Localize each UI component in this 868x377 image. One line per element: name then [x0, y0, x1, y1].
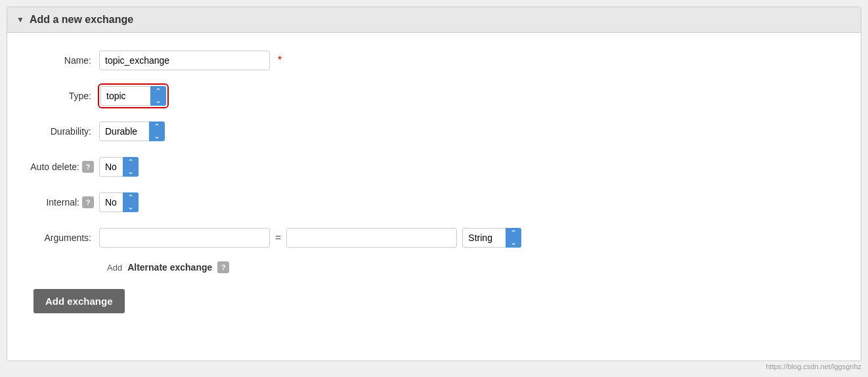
type-row: Type: topic direct fanout headers ⌃⌄ — [20, 84, 848, 108]
type-select[interactable]: topic direct fanout headers — [100, 86, 166, 106]
durability-control-wrap: Durable Transient ⌃⌄ — [99, 122, 165, 141]
add-exchange-button[interactable]: Add exchange — [33, 289, 125, 313]
arguments-control-wrap: = String Number Boolean ⌃⌄ — [99, 228, 521, 248]
internal-help-badge[interactable]: ? — [82, 196, 94, 208]
internal-select[interactable]: No Yes — [99, 192, 139, 212]
chevron-icon: ▼ — [16, 15, 24, 24]
type-control-wrap: topic direct fanout headers ⌃⌄ — [99, 85, 167, 107]
internal-control-wrap: No Yes ⌃⌄ — [99, 192, 139, 212]
auto-delete-label: Auto delete: — [30, 162, 79, 172]
name-row: Name: * — [20, 49, 848, 72]
panel-title: Add a new exchange — [30, 14, 133, 26]
internal-select-wrapper: No Yes ⌃⌄ — [99, 192, 139, 212]
add-exchange-button-row: Add exchange — [20, 289, 848, 313]
auto-delete-help-badge[interactable]: ? — [82, 161, 94, 173]
auto-delete-select[interactable]: No Yes — [99, 157, 139, 177]
alternate-exchange-help-badge[interactable]: ? — [217, 261, 229, 273]
internal-label: Internal: — [46, 197, 79, 208]
name-label: Name: — [20, 55, 99, 66]
durability-row: Durability: Durable Transient ⌃⌄ — [20, 120, 848, 143]
arguments-key-input[interactable] — [99, 228, 270, 248]
auto-delete-label-wrap: Auto delete: ? — [20, 161, 99, 173]
durability-select[interactable]: Durable Transient — [99, 122, 165, 141]
arguments-row: Arguments: = String Number Boolean ⌃⌄ — [20, 226, 848, 250]
arguments-label: Arguments: — [20, 233, 99, 243]
watermark: https://blog.csdn.net/lggsgnhz — [766, 363, 861, 368]
auto-delete-control-wrap: No Yes ⌃⌄ — [99, 157, 139, 177]
auto-delete-select-wrapper: No Yes ⌃⌄ — [99, 157, 139, 177]
internal-label-wrap: Internal: ? — [20, 196, 99, 208]
add-alternate-row: Add Alternate exchange ? — [107, 261, 848, 273]
string-type-select-wrapper: String Number Boolean ⌃⌄ — [462, 228, 521, 248]
durability-select-wrapper: Durable Transient ⌃⌄ — [99, 122, 165, 141]
add-link[interactable]: Add — [107, 263, 122, 273]
type-label: Type: — [20, 91, 99, 101]
equals-sign: = — [275, 232, 281, 244]
string-type-select[interactable]: String Number Boolean — [462, 228, 521, 248]
type-select-wrapper: topic direct fanout headers ⌃⌄ — [100, 86, 166, 106]
internal-row: Internal: ? No Yes ⌃⌄ — [20, 190, 848, 214]
panel-header: ▼ Add a new exchange — [7, 7, 861, 33]
alternate-exchange-label: Alternate exchange — [127, 262, 212, 273]
required-star: * — [278, 55, 282, 66]
arguments-value-input[interactable] — [286, 228, 457, 248]
type-select-highlighted: topic direct fanout headers ⌃⌄ — [99, 85, 167, 107]
auto-delete-row: Auto delete: ? No Yes ⌃⌄ — [20, 155, 848, 179]
durability-label: Durability: — [20, 126, 99, 137]
name-control-wrap: * — [99, 51, 282, 70]
name-input[interactable] — [99, 51, 270, 70]
